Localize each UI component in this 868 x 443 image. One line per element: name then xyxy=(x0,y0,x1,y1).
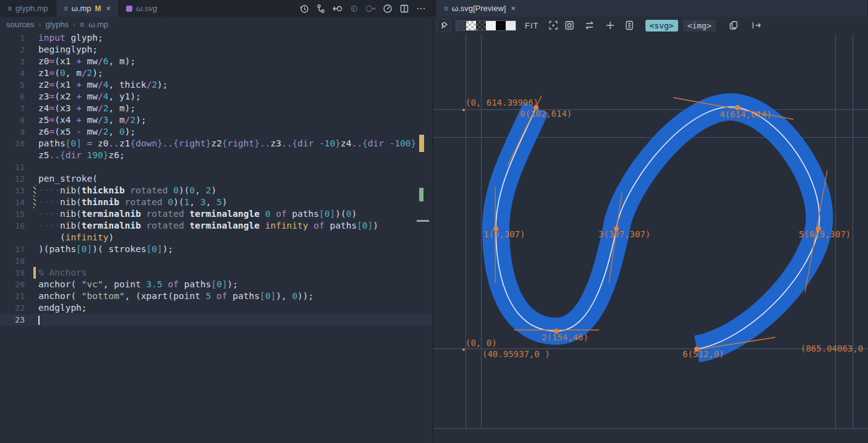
img-mode-button[interactable]: <img> xyxy=(683,20,716,32)
coordinate-label: (0, 0) xyxy=(466,338,497,348)
gutter-change-marker[interactable] xyxy=(33,196,36,208)
code-text: ····nib(terminalnib rotated terminalangl… xyxy=(38,208,357,220)
source-panel-icon[interactable] xyxy=(624,20,634,31)
code-line[interactable]: 14····nib(thinnib rotated 0)(1, 3, 5) xyxy=(0,196,432,208)
code-line[interactable]: 17)(paths[0])( strokes[0]); xyxy=(0,243,432,255)
code-line[interactable]: 2beginglyph; xyxy=(0,44,432,56)
code-editor[interactable]: 1input glyph;2beginglyph;3z0=(x1 + mw/6,… xyxy=(0,32,433,443)
code-line[interactable]: 23 xyxy=(0,314,432,326)
origin-tick xyxy=(462,348,465,351)
code-line[interactable]: 8z5=(x4 + mw/3, m/2); xyxy=(0,114,432,126)
code-line[interactable]: 12pen_stroke( xyxy=(0,173,432,185)
line-number: 13 xyxy=(0,185,25,196)
code-line[interactable]: 1input glyph; xyxy=(0,32,432,44)
breadcrumb-item-file[interactable]: ω.mp xyxy=(88,20,108,29)
zoom-selection-icon[interactable] xyxy=(548,20,559,31)
coordinate-label: 2(154,46) xyxy=(542,332,589,342)
code-line[interactable]: 10paths[0] = z0..z1{down}..{right}z2{rig… xyxy=(0,138,432,150)
line-number: 14 xyxy=(0,196,25,208)
code-line[interactable]: 19% Anchors xyxy=(0,267,432,279)
code-text: )(paths[0])( strokes[0]); xyxy=(38,243,173,255)
overview-added-mark[interactable] xyxy=(419,188,423,201)
more-actions-icon[interactable] xyxy=(415,3,427,14)
code-line[interactable]: 18 xyxy=(0,255,432,267)
copy-icon[interactable] xyxy=(728,20,739,31)
code-line[interactable]: 22endglyph; xyxy=(0,302,432,314)
fit-frame-icon[interactable] xyxy=(564,20,575,31)
file-list-icon: ≡ xyxy=(80,20,84,29)
tab-glyph-mp[interactable]: ≡ glyph.mp xyxy=(0,0,56,17)
compare-changes-icon[interactable] xyxy=(315,3,326,14)
code-text: z6=(x5 - mw/2, 0); xyxy=(38,126,135,138)
code-text: z4=(x3 + mw/2, m); xyxy=(38,103,135,114)
swatch-dark[interactable] xyxy=(456,21,466,30)
run-preview-icon[interactable] xyxy=(382,3,393,14)
code-line[interactable]: 21anchor( "bottom", (xpart(point 5 of pa… xyxy=(0,290,432,302)
next-change-icon[interactable] xyxy=(365,3,377,14)
code-line[interactable]: 5z2=(x1 + mw/4, thick/2); xyxy=(0,79,432,91)
gutter-change-marker[interactable] xyxy=(33,185,36,196)
origin-tick xyxy=(462,109,465,111)
coordinate-label: 0(102,614) xyxy=(520,109,572,119)
glyph-stroke xyxy=(496,107,819,349)
line-number: 5 xyxy=(0,79,25,91)
prev-change-icon[interactable] xyxy=(349,3,360,14)
tab-svg-preview[interactable]: ≡ ω.svg[Preview] × xyxy=(436,0,868,17)
code-line[interactable]: z5..{dir 190}z6; xyxy=(0,150,432,161)
split-editor-icon[interactable] xyxy=(399,3,410,14)
coordinate-label: (0, 614.39996) xyxy=(466,98,538,108)
line-number: 3 xyxy=(0,56,25,67)
code-line[interactable]: 20anchor( "vc", point 3.5 of paths[0]); xyxy=(0,279,432,290)
close-icon[interactable]: × xyxy=(511,4,516,13)
code-line[interactable]: (infinity) xyxy=(0,232,432,243)
swatch-light[interactable] xyxy=(506,21,516,30)
background-swatches[interactable] xyxy=(456,20,516,31)
code-line[interactable]: 4z1=(0, m/2); xyxy=(0,67,432,79)
code-line[interactable]: 3z0=(x1 + mw/6, m); xyxy=(0,56,432,67)
tab-label: ω.mp xyxy=(72,4,91,13)
code-line[interactable]: 9z6=(x5 - mw/2, 0); xyxy=(0,126,432,138)
overview-modified-mark[interactable] xyxy=(419,135,424,152)
code-line[interactable]: 15····nib(terminalnib rotated terminalan… xyxy=(0,208,432,220)
tab-label: ω.svg[Preview] xyxy=(452,4,506,13)
fit-button[interactable]: FIT xyxy=(525,21,539,30)
code-line[interactable]: 6z3=(x2 + mw/4, y1); xyxy=(0,91,432,103)
text-cursor xyxy=(38,316,40,325)
tab-omega-mp[interactable]: ≡ ω.mp M × xyxy=(56,0,119,17)
code-text: z0=(x1 + mw/6, m); xyxy=(38,56,135,67)
gutter-change-marker[interactable] xyxy=(33,267,36,279)
overview-cursor-mark[interactable] xyxy=(417,220,429,222)
swatch-checker-dark[interactable] xyxy=(476,21,486,30)
code-line[interactable]: 13····nib(thicknib rotated 0)(0, 2) xyxy=(0,185,432,196)
zoom-in-icon[interactable] xyxy=(605,20,616,31)
line-number: 15 xyxy=(0,208,25,220)
swatch-white[interactable] xyxy=(486,21,496,30)
code-text: endglyph; xyxy=(38,302,87,314)
navigate-back-icon[interactable] xyxy=(332,3,343,14)
code-text xyxy=(38,314,40,326)
close-icon[interactable]: × xyxy=(106,4,111,13)
glyph-preview-canvas[interactable]: (0, 614.39996)0(102,614)4(614,614)1(0,30… xyxy=(433,34,868,443)
line-number: 21 xyxy=(0,290,25,302)
export-arrow-icon[interactable] xyxy=(751,20,763,30)
line-number: 19 xyxy=(0,267,25,279)
chevron-right-icon: › xyxy=(73,20,75,29)
swatch-black[interactable] xyxy=(496,21,506,30)
code-text: paths[0] = z0..z1{down}..{right}z2{right… xyxy=(38,138,416,150)
code-text: input glyph; xyxy=(38,32,103,44)
code-line[interactable]: 7z4=(x3 + mw/2, m); xyxy=(0,103,432,114)
svg-mode-button[interactable]: <svg> xyxy=(645,20,678,32)
swap-arrows-icon[interactable] xyxy=(584,20,596,30)
tab-label: ω.svg xyxy=(136,4,157,13)
breadcrumb-item-sources[interactable]: sources xyxy=(6,20,35,29)
chevron-right-icon: › xyxy=(39,20,41,29)
line-number: 10 xyxy=(0,138,25,150)
pin-icon[interactable] xyxy=(437,19,451,32)
code-line[interactable]: 16····nib(terminalnib rotated terminalan… xyxy=(0,220,432,232)
timeline-icon[interactable] xyxy=(299,3,310,14)
tab-omega-svg[interactable]: ω.svg xyxy=(119,0,165,17)
breadcrumb-item-glyphs[interactable]: glyphs xyxy=(46,20,69,29)
line-number: 8 xyxy=(0,114,25,126)
code-line[interactable]: 11 xyxy=(0,161,432,173)
swatch-checker-light[interactable] xyxy=(466,21,476,30)
